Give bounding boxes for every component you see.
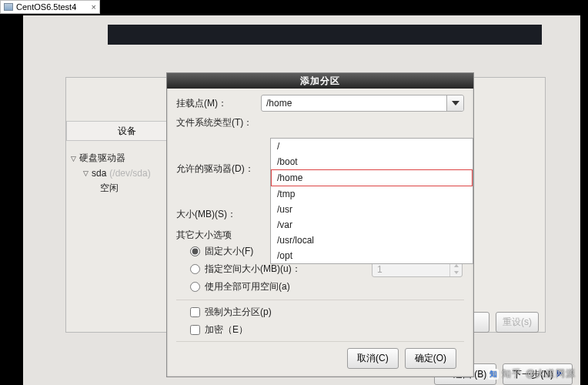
banner-bar bbox=[108, 25, 542, 45]
fs-label: 文件系统类型(T)： bbox=[176, 116, 261, 129]
zhihu-icon: 知 bbox=[488, 369, 499, 380]
vm-tab[interactable]: CentOS6.5test4 × bbox=[0, 0, 100, 14]
drives-label: 允许的驱动器(D)： bbox=[176, 162, 261, 176]
mount-option[interactable]: /usr bbox=[271, 202, 473, 217]
ok-button[interactable]: 确定(O) bbox=[405, 348, 456, 369]
mount-dropdown-list: / /boot /home /tmp /usr /var /usr/local … bbox=[270, 138, 473, 264]
tree-dev-path: (/dev/sda) bbox=[109, 168, 150, 179]
mount-option[interactable]: /opt bbox=[271, 248, 473, 263]
vm-icon bbox=[4, 3, 13, 11]
tree-free-label: 空闲 bbox=[100, 182, 119, 195]
radio-specify-label: 指定空间大小(MB)(u)： bbox=[205, 263, 301, 276]
mount-label: 挂载点(M)： bbox=[176, 97, 261, 110]
mount-option[interactable]: /usr/local bbox=[271, 233, 473, 248]
watermark: 知知乎 @大道网源 bbox=[488, 367, 576, 380]
mount-option[interactable]: /tmp bbox=[271, 186, 473, 202]
chevron-down-icon[interactable] bbox=[446, 95, 463, 111]
mount-value: /home bbox=[266, 98, 292, 109]
vm-tab-label: CentOS6.5test4 bbox=[16, 2, 76, 12]
reset-button[interactable]: 重设(s) bbox=[496, 312, 539, 333]
check-primary-input[interactable] bbox=[190, 307, 200, 317]
add-partition-dialog: 添加分区 挂载点(M)： /home 文件系统类型(T)： / /boo bbox=[166, 72, 474, 377]
mount-option[interactable]: / bbox=[271, 139, 473, 154]
specify-value: 1 bbox=[377, 264, 383, 275]
cancel-button[interactable]: 取消(C) bbox=[347, 348, 399, 369]
radio-all[interactable]: 使用全部可用空间(a) bbox=[190, 280, 464, 293]
radio-all-label: 使用全部可用空间(a) bbox=[205, 280, 290, 293]
radio-specify-input[interactable] bbox=[190, 264, 200, 274]
check-encrypt-label: 加密（E） bbox=[205, 323, 248, 336]
check-encrypt[interactable]: 加密（E） bbox=[190, 323, 464, 336]
close-icon[interactable]: × bbox=[92, 2, 96, 12]
installer-screen: 设备 ▽ 硬盘驱动器 ▽ sda (/dev/sda) 空闲 (D) 重设(s) bbox=[23, 15, 580, 385]
radio-fixed-label: 固定大小(F) bbox=[205, 245, 253, 258]
extra-check-group: 强制为主分区(p) 加密（E） bbox=[176, 306, 464, 336]
check-primary[interactable]: 强制为主分区(p) bbox=[190, 306, 464, 319]
size-label: 大小(MB)(S)： bbox=[176, 208, 261, 221]
tree-dev-name: sda bbox=[92, 168, 106, 179]
mount-option[interactable]: /boot bbox=[271, 154, 473, 169]
spinner-down-icon[interactable] bbox=[450, 270, 462, 276]
check-primary-label: 强制为主分区(p) bbox=[205, 306, 272, 319]
chevron-down-icon: ▽ bbox=[71, 155, 76, 162]
mount-combo[interactable]: /home bbox=[261, 95, 464, 112]
radio-fixed-input[interactable] bbox=[190, 246, 200, 256]
dialog-title: 添加分区 bbox=[167, 73, 473, 89]
radio-specify[interactable]: 指定空间大小(MB)(u)： 1 bbox=[190, 263, 464, 276]
mount-option[interactable]: /var bbox=[271, 217, 473, 233]
mount-option-selected[interactable]: /home bbox=[271, 169, 473, 186]
check-encrypt-input[interactable] bbox=[190, 325, 200, 335]
tree-root-label: 硬盘驱动器 bbox=[79, 152, 125, 165]
radio-all-input[interactable] bbox=[190, 282, 200, 292]
chevron-down-icon: ▽ bbox=[83, 169, 89, 177]
